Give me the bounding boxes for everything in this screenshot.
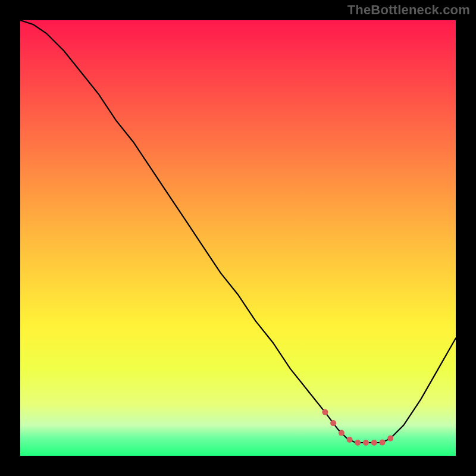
bottleneck-curve bbox=[20, 20, 456, 443]
highlight-dot bbox=[363, 440, 369, 446]
chart-plot-area bbox=[20, 20, 456, 456]
highlight-dot bbox=[387, 436, 393, 441]
highlight-dot bbox=[380, 440, 386, 446]
highlight-dot bbox=[322, 409, 328, 415]
highlight-markers bbox=[322, 409, 393, 446]
highlight-dot bbox=[330, 420, 336, 426]
watermark-text: TheBottleneck.com bbox=[347, 2, 470, 18]
highlight-dot bbox=[347, 437, 353, 443]
chart-svg bbox=[20, 20, 456, 456]
highlight-dot bbox=[371, 440, 377, 446]
highlight-dot bbox=[355, 440, 361, 446]
highlight-dot bbox=[339, 430, 345, 436]
